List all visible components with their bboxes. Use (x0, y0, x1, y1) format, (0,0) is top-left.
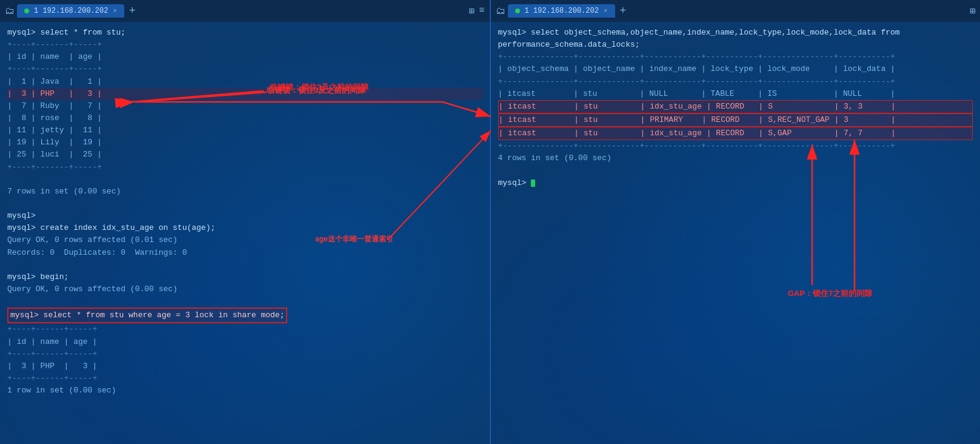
left-query-ok1: Query OK, 0 rows affected (0.01 sec) (7, 235, 178, 244)
right-table-header: | object_schema | object_name | index_na… (498, 64, 895, 73)
left-sep2: +----+-------+-----+ (7, 64, 102, 73)
left-cmd-begin: mysql> begin; (7, 272, 68, 281)
right-tab[interactable]: 1 192.168.200.202 × (508, 4, 615, 18)
right-rows-count: 4 rows in set (0.00 sec) (498, 153, 612, 163)
right-terminal-pre: mysql> select object_schema,object_name,… (498, 27, 973, 189)
left-header-row: | id | name | age | (7, 52, 102, 61)
left-panel: 🗂 1 192.168.200.202 × + ⊞ ≡ mysql> selec… (0, 0, 490, 444)
left-prompt1: mysql> (7, 211, 36, 220)
left-tab-close[interactable]: × (113, 7, 117, 15)
left-tab-right-icons: ⊞ ≡ (468, 5, 484, 17)
left-terminal: mysql> select * from stu; +----+-------+… (0, 22, 490, 444)
left-folder-icon[interactable]: 🗂 (5, 5, 15, 17)
right-tab-close[interactable]: × (604, 7, 608, 15)
left-cmd-lock: mysql> select * from stu where age = 3 l… (7, 308, 287, 323)
left-sep5: +----+------+-----+ (7, 349, 97, 358)
left-cmd-create: mysql> create index idx_stu_age on stu(a… (7, 223, 215, 232)
right-row-3-highlight: | itcast | stu | PRIMARY | RECORD | S,RE… (498, 113, 973, 127)
left-records: Records: 0 Duplicates: 0 Warnings: 0 (7, 248, 187, 257)
right-row-4-highlight: | itcast | stu | idx_stu_age | RECORD | … (498, 127, 973, 140)
left-row-php: | 3 | PHP | 3 | (7, 88, 482, 100)
right-sep1: +---------------+-------------+---------… (498, 52, 895, 61)
left-row-jetty: | 11 | jetty | 11 | (7, 126, 102, 135)
right-folder-icon[interactable]: 🗂 (496, 5, 505, 17)
right-panel: 🗂 1 192.168.200.202 × + ⊞ mysql> select … (491, 0, 981, 444)
right-sep3: +---------------+-------------+---------… (498, 141, 895, 150)
left-rows-count: 7 rows in set (0.00 sec) (7, 187, 121, 196)
left-query-ok2: Query OK, 0 rows affected (0.00 sec) (7, 284, 178, 294)
left-sep4: +----+------+-----+ (7, 325, 97, 334)
left-sep6: +----+------+-----+ (7, 374, 97, 383)
left-sep3: +----+-------+-----+ (7, 163, 102, 172)
left-list-icon[interactable]: ≡ (479, 5, 484, 17)
left-header2: | id | name | age | (7, 337, 97, 346)
right-grid-icon[interactable]: ⊞ (970, 5, 975, 17)
right-row-2-highlight: | itcast | stu | idx_stu_age | RECORD | … (498, 100, 973, 113)
right-tab-label: 1 192.168.200.202 (525, 7, 599, 15)
right-tab-bar: 🗂 1 192.168.200.202 × + ⊞ (491, 0, 981, 22)
left-cmd-select: mysql> select * from stu; (7, 28, 125, 37)
left-tab-add[interactable]: + (127, 5, 138, 17)
right-tab-right-icons: ⊞ (970, 5, 975, 17)
left-result-row: | 3 | PHP | 3 | (7, 362, 97, 371)
main-container: 🗂 1 192.168.200.202 × + ⊞ ≡ mysql> selec… (0, 0, 980, 444)
left-row-luci: | 25 | luci | 25 | (7, 150, 102, 159)
right-sep2: +---------------+-------------+---------… (498, 77, 895, 86)
left-grid-icon[interactable]: ⊞ (468, 5, 474, 17)
left-tab-bar: 🗂 1 192.168.200.202 × + ⊞ ≡ (0, 0, 490, 22)
right-tab-dot (515, 8, 520, 13)
left-row-java: | 1 | Java | 1 | (7, 77, 102, 86)
left-tab-dot (24, 8, 29, 13)
left-tab[interactable]: 1 192.168.200.202 × (17, 4, 124, 18)
left-row-lily: | 19 | Lily | 19 | (7, 138, 102, 147)
left-terminal-pre: mysql> select * from stu; +----+-------+… (7, 27, 482, 397)
right-cmd-query-line1: mysql> select object_schema,object_name,… (498, 28, 900, 37)
left-sep1: +----+-------+-----+ (7, 40, 102, 49)
right-row-1: | itcast | stu | NULL | TABLE | IS | NUL… (498, 89, 895, 98)
right-tab-add[interactable]: + (618, 5, 629, 17)
left-tab-label: 1 192.168.200.202 (34, 7, 108, 15)
left-row-ruby: | 7 | Ruby | 7 | (7, 101, 102, 110)
right-terminal: mysql> select object_schema,object_name,… (491, 22, 981, 444)
right-cmd-query-line2: performance_schema.data_locks; (498, 40, 640, 49)
right-prompt: mysql> ▌ (498, 178, 535, 187)
left-row-rose: | 8 | rose | 8 | (7, 113, 102, 123)
left-row-count2: 1 row in set (0.00 sec) (7, 386, 116, 395)
